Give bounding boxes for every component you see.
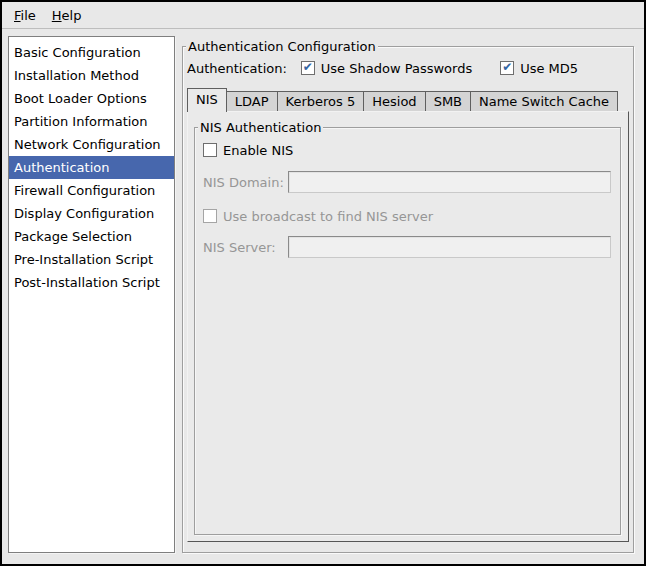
enable-nis-option[interactable]: Enable NIS (203, 141, 610, 159)
tab-nis[interactable]: NIS (187, 88, 227, 112)
sidebar-item-post-installation-script[interactable]: Post-Installation Script (9, 271, 174, 294)
sidebar-item-basic-configuration[interactable]: Basic Configuration (9, 41, 174, 64)
tab-hesiod[interactable]: Hesiod (363, 91, 425, 111)
tab-smb[interactable]: SMB (425, 91, 471, 111)
nis-authentication-frame: NIS Authentication Enable NIS NIS Domain… (194, 127, 621, 535)
authentication-configuration-frame: Authentication Configuration Authenticat… (182, 46, 634, 553)
sidebar-item-network-configuration[interactable]: Network Configuration (9, 133, 174, 156)
nis-frame-title: NIS Authentication (198, 119, 323, 136)
use-shadow-passwords-option[interactable]: Use Shadow Passwords (301, 61, 472, 76)
menu-bar: File Help (2, 2, 644, 29)
sidebar-item-authentication[interactable]: Authentication (9, 156, 174, 179)
frame-title: Authentication Configuration (186, 38, 378, 55)
use-md5-option[interactable]: Use MD5 (500, 61, 578, 76)
use-md5-checkbox[interactable] (500, 61, 514, 75)
nis-tab-page: NIS Authentication Enable NIS NIS Domain… (187, 111, 629, 542)
use-md5-label: Use MD5 (520, 61, 578, 76)
tab-name-switch-cache[interactable]: Name Switch Cache (470, 91, 618, 111)
tab-ldap[interactable]: LDAP (226, 91, 278, 111)
use-shadow-passwords-label: Use Shadow Passwords (321, 61, 472, 76)
sidebar-item-boot-loader-options[interactable]: Boot Loader Options (9, 87, 174, 110)
use-broadcast-option: Use broadcast to find NIS server (203, 207, 610, 225)
nis-domain-label: NIS Domain: (203, 175, 288, 190)
authentication-notebook: NIS LDAP Kerberos 5 Hesiod SMB Name Swit… (187, 88, 629, 542)
application-window: File Help Basic Configuration Installati… (0, 0, 646, 566)
tab-bar: NIS LDAP Kerberos 5 Hesiod SMB Name Swit… (187, 88, 629, 111)
enable-nis-label: Enable NIS (223, 143, 293, 158)
authentication-label: Authentication: (187, 61, 287, 76)
nis-domain-row: NIS Domain: (203, 171, 611, 193)
sidebar-item-partition-information[interactable]: Partition Information (9, 110, 174, 133)
use-broadcast-label: Use broadcast to find NIS server (223, 209, 433, 224)
sidebar-item-installation-method[interactable]: Installation Method (9, 64, 174, 87)
sidebar-item-firewall-configuration[interactable]: Firewall Configuration (9, 179, 174, 202)
section-list: Basic Configuration Installation Method … (8, 36, 175, 553)
use-broadcast-checkbox (203, 209, 217, 223)
authentication-options-row: Authentication: Use Shadow Passwords Use… (187, 58, 606, 78)
nis-server-input (288, 236, 611, 258)
enable-nis-checkbox[interactable] (203, 143, 217, 157)
tab-kerberos-5[interactable]: Kerberos 5 (277, 91, 365, 111)
sidebar-item-pre-installation-script[interactable]: Pre-Installation Script (9, 248, 174, 271)
menu-help[interactable]: Help (44, 5, 90, 26)
sidebar-item-display-configuration[interactable]: Display Configuration (9, 202, 174, 225)
nis-server-label: NIS Server: (203, 240, 288, 255)
sidebar-item-package-selection[interactable]: Package Selection (9, 225, 174, 248)
use-shadow-passwords-checkbox[interactable] (301, 61, 315, 75)
nis-domain-input (288, 171, 611, 193)
nis-server-row: NIS Server: (203, 236, 611, 258)
menu-file[interactable]: File (6, 5, 44, 26)
